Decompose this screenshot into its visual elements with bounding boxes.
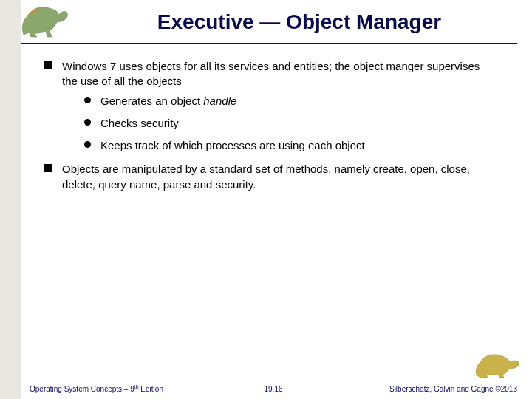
bullet-text: Generates an object	[100, 95, 203, 107]
bullet-level1: Objects are manipulated by a standard se…	[44, 162, 495, 192]
bullet-level2: Generates an object handle	[84, 94, 495, 109]
dinosaur-bottom-icon	[473, 347, 525, 378]
bullet-level1: Windows 7 uses objects for all its servi…	[44, 59, 495, 153]
dinosaur-top-icon	[16, 1, 75, 38]
bullet-level2: Checks security	[84, 116, 495, 131]
title-underline	[21, 43, 517, 44]
bullet-text: Objects are manipulated by a standard se…	[62, 163, 470, 190]
bullet-text: Keeps track of which processes are using…	[100, 139, 365, 151]
footer-right: Silberschatz, Galvin and Gagne ©2013	[389, 385, 517, 393]
bullet-text: Checks security	[100, 117, 179, 129]
italic-word: handle	[203, 95, 236, 107]
bullet-text: Windows 7 uses objects for all its servi…	[62, 60, 480, 87]
bullet-level2: Keeps track of which processes are using…	[84, 138, 495, 153]
slide-body: Windows 7 uses objects for all its servi…	[44, 59, 495, 200]
left-sidebar	[0, 0, 21, 399]
slide-title: Executive — Object Manager	[96, 10, 502, 34]
